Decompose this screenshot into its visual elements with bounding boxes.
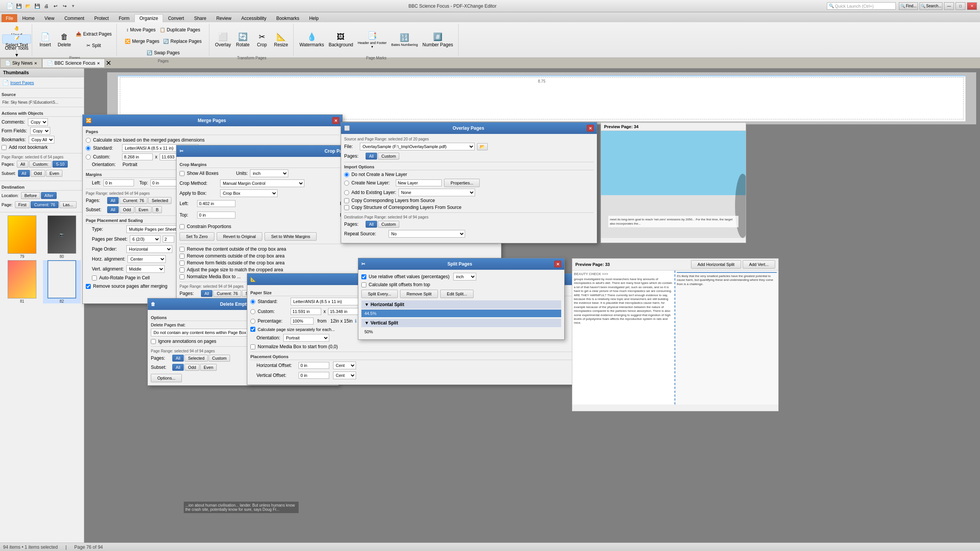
vertical-split-header[interactable]: ▼ Vertical Split [361,319,561,327]
add-existing-select[interactable]: None [399,189,475,196]
crop-left-input[interactable] [197,200,235,207]
before-btn[interactable]: Before [21,192,40,199]
resize-custom-height[interactable] [328,308,359,315]
remove-content-checkbox[interactable] [180,247,185,252]
resize-btn[interactable]: 📐 Resize [272,24,290,55]
show-boxes-checkbox[interactable] [180,171,185,176]
merge-close-btn[interactable]: ✕ [332,117,339,124]
delete-btn[interactable]: 🗑 Delete [55,24,74,55]
horz-offset-select[interactable]: Cent [333,362,356,369]
remove-comments-checkbox[interactable] [180,254,185,259]
no-new-layer-radio[interactable] [344,172,349,177]
background-btn[interactable]: 🖼 Background [327,24,355,55]
merge-subset-odd-btn[interactable]: Odd [119,206,134,213]
add-existing-radio[interactable] [344,190,349,195]
vert-offset-select[interactable]: Cent [333,372,356,379]
tab-help[interactable]: Help [304,14,324,22]
redo-btn[interactable]: ↪ [60,2,69,10]
close-btn[interactable]: ✕ [967,2,977,10]
resize-orient-select[interactable]: Portrait [283,334,329,342]
left-input[interactable] [103,179,134,186]
tab-view[interactable]: View [39,14,59,22]
comments-select[interactable]: Copy [28,118,48,126]
new-btn[interactable]: 💾 [15,2,23,10]
swap-pages-btn[interactable]: 🔃 Swap Pages [145,47,181,58]
copy-structure-checkbox[interactable] [344,205,349,210]
tab-bbc-science[interactable]: 📄 BBC Science Focus ✕ [42,59,105,67]
standard-radio[interactable] [86,146,91,151]
vert-offset-input[interactable] [299,372,329,379]
tab-file[interactable]: File [2,14,17,22]
dup-pages-btn[interactable]: 📋 Duplicate Pages [158,24,202,35]
overlay-dest-all-btn[interactable]: All [366,221,377,228]
set-white-margins-btn[interactable]: Set to White Margins [265,232,317,241]
vert-align-select[interactable]: Middle [126,265,165,273]
properties-btn[interactable]: Properties... [444,179,480,187]
bookmarks-select[interactable]: Copy All [29,136,54,143]
add-h-split-btn[interactable]: Add Horizontal Split [691,260,741,269]
horz-align-select[interactable]: Center [127,255,166,263]
merge-pages-btn[interactable]: 🔀 Merge Pages [123,36,161,47]
merge-subset-b-btn[interactable]: B [152,206,162,213]
calc-splits-checkbox[interactable] [361,282,366,287]
overlay-file-select[interactable]: OverlaySample (F:\_tmp\OverlaySample.pdf… [360,143,475,150]
tab-convert[interactable]: Convert [163,14,189,22]
dropdown-arrow[interactable]: ▼ [71,4,75,8]
undo-btn[interactable]: ↩ [51,2,60,10]
pps-select[interactable]: 6 (2/3) [130,235,160,243]
add-v-split-btn[interactable]: Add Vert... [743,260,775,269]
tab-comment[interactable]: Comment [59,14,89,22]
create-layer-radio[interactable] [344,181,349,186]
page-order-select[interactable]: Horizontal [126,245,172,253]
number-pages-btn[interactable]: #️⃣ Number Pages [421,24,455,55]
resize-normalize-checkbox[interactable] [250,344,255,349]
crop-top-input[interactable] [197,212,235,218]
v-split-50[interactable]: 50% [361,328,561,336]
last-btn[interactable]: Las... [59,201,77,208]
pps-n-input[interactable] [163,236,174,243]
find-btn[interactable]: 🔍 Find... [899,2,918,10]
extract-btn[interactable]: 📤 Extract Pages [74,29,113,39]
constrain-checkbox[interactable] [180,224,185,229]
overlay-browse-btn[interactable]: 📂 [477,143,488,150]
subset-all-btn[interactable]: All [18,170,29,177]
thumb-81[interactable]: 81 [3,260,41,303]
remove-formfields-checkbox[interactable] [180,261,185,266]
first-btn[interactable]: First [15,201,30,208]
move-pages-btn[interactable]: ↕ Move Pages [125,24,157,35]
delete-options-btn[interactable]: Options... [151,374,182,382]
other-tools-btn[interactable]: Other Tools ▼ [2,44,31,54]
thumb-80[interactable]: 📷 80 [43,215,81,259]
resize-custom-radio[interactable] [250,309,255,314]
tab-sky-news[interactable]: 📄 Sky News ✕ [0,59,42,67]
auto-rotate-checkbox[interactable] [92,276,97,280]
apply-box-select[interactable]: Crop Box [220,189,278,197]
split-close-btn[interactable]: ✕ [554,261,561,267]
print-btn[interactable]: 🖨 [42,2,51,10]
bates-btn[interactable]: 🔢 Bates Numbering [389,24,420,55]
resize-custom-width[interactable] [291,308,321,315]
create-layer-input[interactable] [396,179,442,186]
tab-accessibility[interactable]: Accessibility [236,14,271,22]
merge-all-btn[interactable]: All [107,197,119,204]
copy-layers-checkbox[interactable] [344,198,349,203]
normalize-mb-checkbox[interactable] [180,274,185,279]
split-btn[interactable]: ✂ Split [74,40,113,51]
replace-pages-btn[interactable]: 🔄 Replace Pages [162,36,203,47]
tab-protect[interactable]: Protect [89,14,114,22]
repeat-source-select[interactable]: No [389,230,465,238]
current-76-btn[interactable]: Current: 76 [31,201,59,208]
horz-offset-input[interactable] [299,362,329,369]
overlay-custom-btn[interactable]: Custom [378,153,399,160]
delete-custom-btn[interactable]: Custom [209,355,230,362]
tab-bookmarks[interactable]: Bookmarks [271,14,304,22]
save-btn[interactable]: 💾 [33,2,41,10]
resize-standard-radio[interactable] [250,299,255,304]
tab-review[interactable]: Review [211,14,236,22]
search-btn[interactable]: 🔍 Search... [920,2,942,10]
tab-share[interactable]: Share [189,14,211,22]
delete-subset-even-btn[interactable]: Even [200,364,217,371]
overlay-all-btn[interactable]: All [366,153,377,160]
formfields-select[interactable]: Copy [30,127,50,135]
add-root-checkbox[interactable] [2,145,7,150]
